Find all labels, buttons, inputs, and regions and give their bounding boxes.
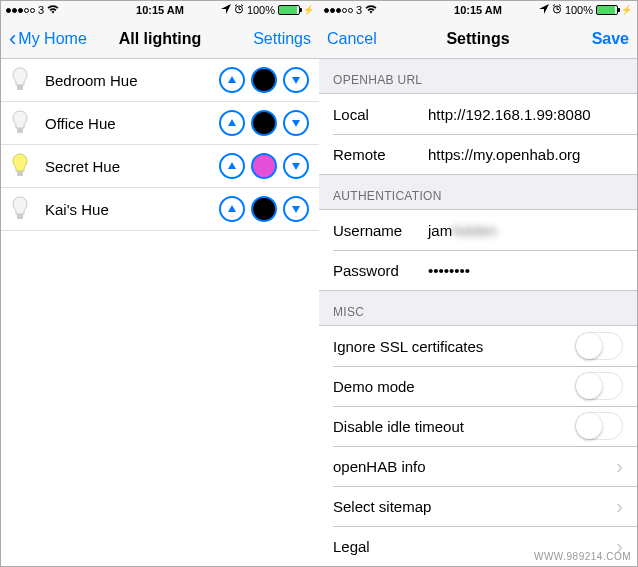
cell-label: openHAB info [333,458,426,475]
status-bar: 3 10:15 AM 100% ⚡ [319,1,637,19]
cell-label: Select sitemap [333,498,431,515]
status-time: 10:15 AM [454,4,502,16]
brightness-up-button[interactable] [219,110,245,136]
status-time: 10:15 AM [136,4,184,16]
battery-icon [278,5,300,15]
section-header-misc: MISC [319,291,637,325]
cell-label: Ignore SSL certificates [333,338,483,355]
location-icon [221,4,231,16]
svg-line-4 [241,5,243,7]
item-label: Secret Hue [45,158,219,175]
wifi-icon [47,4,59,16]
cell-label: Legal [333,538,370,555]
chevron-right-icon: › [616,495,623,518]
page-title: All lighting [119,30,202,48]
signal-strength-icon [6,8,35,13]
settings-button[interactable]: Settings [253,30,311,48]
svg-rect-5 [17,85,23,90]
section-header-auth: AUTHENTICATION [319,175,637,209]
battery-pct: 100% [247,4,275,16]
color-indicator[interactable] [251,67,277,93]
save-button[interactable]: Save [592,30,629,48]
carrier-label: 3 [38,4,44,16]
password-field[interactable]: •••••••• [428,262,623,279]
cell-label: Remote [333,146,428,163]
cell-local-url[interactable]: Local http://192.168.1.99:8080 [319,94,637,134]
phone-right: 3 10:15 AM 100% ⚡ Cancel Settings Save [319,1,637,566]
ignore-ssl-toggle[interactable] [575,332,623,360]
chevron-right-icon: › [616,455,623,478]
svg-line-12 [553,5,555,7]
watermark: WWW.989214.COM [534,551,631,562]
demo-mode-toggle[interactable] [575,372,623,400]
section-header-url: OPENHAB URL [319,59,637,93]
back-chevron-icon[interactable]: ‹ [9,28,16,50]
cancel-button[interactable]: Cancel [327,30,377,48]
nav-bar: ‹ My Home All lighting Settings [1,19,319,59]
brightness-down-button[interactable] [283,110,309,136]
color-indicator[interactable] [251,196,277,222]
signal-strength-icon [324,8,353,13]
svg-line-3 [235,5,237,7]
carrier-label: 3 [356,4,362,16]
status-bar: 3 10:15 AM 100% ⚡ [1,1,319,19]
battery-icon [596,5,618,15]
item-label: Office Hue [45,115,219,132]
settings-body[interactable]: OPENHAB URL Local http://192.168.1.99:80… [319,59,637,566]
brightness-down-button[interactable] [283,67,309,93]
color-indicator[interactable] [251,110,277,136]
list-item[interactable]: Office Hue [1,102,319,145]
cell-label: Demo mode [333,378,415,395]
cell-select-sitemap[interactable]: Select sitemap › [319,486,637,526]
item-label: Bedroom Hue [45,72,219,89]
cell-disable-idle[interactable]: Disable idle timeout [319,406,637,446]
bulb-icon [9,108,31,138]
cell-ignore-ssl[interactable]: Ignore SSL certificates [319,326,637,366]
username-field[interactable]: jamhidden [428,222,623,239]
phone-left: 3 10:15 AM 100% ⚡ ‹ My Home All lighting… [1,1,319,566]
brightness-down-button[interactable] [283,196,309,222]
list-item[interactable]: Bedroom Hue [1,59,319,102]
nav-bar: Cancel Settings Save [319,19,637,59]
charging-icon: ⚡ [621,5,632,15]
item-label: Kai's Hue [45,201,219,218]
lighting-list: Bedroom Hue Office Hue [1,59,319,231]
wifi-icon [365,4,377,16]
bulb-icon [9,151,31,181]
brightness-up-button[interactable] [219,196,245,222]
cell-password[interactable]: Password •••••••• [319,250,637,290]
alarm-icon [234,4,244,16]
alarm-icon [552,4,562,16]
page-title: Settings [446,30,509,48]
svg-line-13 [559,5,561,7]
list-item[interactable]: Secret Hue [1,145,319,188]
svg-rect-8 [17,214,23,219]
back-button[interactable]: My Home [18,30,86,48]
svg-rect-7 [17,171,23,176]
bulb-icon [9,194,31,224]
remote-url-field[interactable]: https://my.openhab.org [428,146,623,163]
color-indicator[interactable] [251,153,277,179]
brightness-up-button[interactable] [219,153,245,179]
svg-rect-6 [17,128,23,133]
charging-icon: ⚡ [303,5,314,15]
list-item[interactable]: Kai's Hue [1,188,319,231]
cell-label: Disable idle timeout [333,418,464,435]
cell-label: Local [333,106,428,123]
cell-label: Username [333,222,428,239]
brightness-up-button[interactable] [219,67,245,93]
cell-demo-mode[interactable]: Demo mode [319,366,637,406]
cell-remote-url[interactable]: Remote https://my.openhab.org [319,134,637,174]
cell-openhab-info[interactable]: openHAB info › [319,446,637,486]
disable-idle-toggle[interactable] [575,412,623,440]
location-icon [539,4,549,16]
cell-label: Password [333,262,428,279]
cell-username[interactable]: Username jamhidden [319,210,637,250]
brightness-down-button[interactable] [283,153,309,179]
bulb-icon [9,65,31,95]
battery-pct: 100% [565,4,593,16]
local-url-field[interactable]: http://192.168.1.99:8080 [428,106,623,123]
